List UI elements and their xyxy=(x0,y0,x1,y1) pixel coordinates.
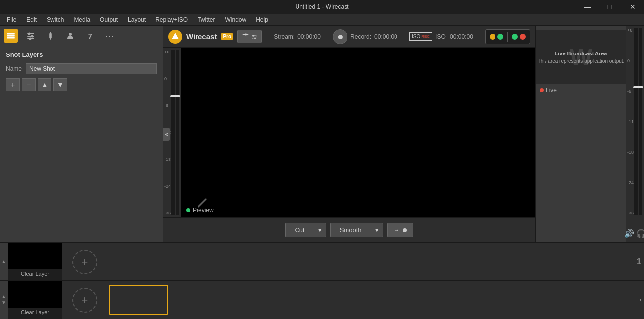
minimize-button[interactable]: — xyxy=(576,0,598,14)
speaker-icon[interactable]: 🔊 xyxy=(624,229,634,238)
lane-1-up-arrow[interactable]: ▲ xyxy=(1,259,6,264)
menu-replay-iso[interactable]: Replay+ISO xyxy=(150,15,193,24)
lane-1-thumb xyxy=(8,243,62,269)
preview-label: Preview xyxy=(186,207,214,213)
dots-separator xyxy=(507,32,508,42)
menu-bar: File Edit Switch Media Output Layout Rep… xyxy=(0,14,644,26)
svg-rect-0 xyxy=(7,33,15,35)
title-bar: Untitled 1 - Wirecast — □ ✕ xyxy=(0,0,644,14)
toolbar-person-icon[interactable] xyxy=(63,29,77,43)
menu-help[interactable]: Help xyxy=(251,15,273,24)
live-label-row: Live xyxy=(536,84,626,96)
lane-1-label: Clear Layer xyxy=(21,269,49,278)
shot-name-label: Name xyxy=(6,65,22,72)
svg-rect-9 xyxy=(50,32,51,40)
lane-1-shot[interactable]: Clear Layer xyxy=(8,243,62,280)
menu-edit[interactable]: Edit xyxy=(21,15,42,24)
right-panel: Live Broadcast Area This area represents… xyxy=(535,26,644,242)
wirecast-logo-icon xyxy=(168,30,182,44)
left-panel: 7 ··· Shot Layers Name + − ▲ ▼ « xyxy=(0,26,163,242)
volume-knob[interactable] xyxy=(170,95,180,97)
wirecast-bar: Wirecast Pro ≋ Stream: 00:00:00 ⏺ Record… xyxy=(163,26,535,48)
lane-2-up-arrow[interactable]: ▲ xyxy=(1,294,6,299)
cut-button[interactable]: Cut xyxy=(285,223,313,237)
iso-badge-bottom: REC xyxy=(421,34,430,39)
shot-remove-button[interactable]: − xyxy=(22,78,36,91)
toolbar-more-icon[interactable]: ··· xyxy=(103,29,117,43)
go-button[interactable]: → xyxy=(387,223,413,237)
lane-2-arrows[interactable]: ▲ ▼ xyxy=(0,281,8,319)
iso-badge-top: ISO xyxy=(412,34,420,39)
lane-1-arrow[interactable]: ▲ xyxy=(0,243,8,280)
menu-output[interactable]: Output xyxy=(95,15,123,24)
cut-dropdown-button[interactable]: ▾ xyxy=(314,223,326,237)
svg-point-6 xyxy=(28,33,31,35)
lane-2-plus-icon: + xyxy=(82,294,88,307)
smooth-button[interactable]: Smooth xyxy=(330,223,371,237)
status-dot-3 xyxy=(512,34,518,40)
go-arrow-icon: → xyxy=(394,226,400,234)
menu-twitter[interactable]: Twitter xyxy=(193,15,220,24)
record-time: 00:00:00 xyxy=(374,33,397,40)
shot-layers-panel: Shot Layers Name + − ▲ ▼ xyxy=(0,46,163,242)
iso-badge: ISO REC xyxy=(409,32,432,41)
lane-2-selected-item[interactable] xyxy=(109,285,168,315)
preview-green-dot xyxy=(186,208,190,212)
svg-rect-2 xyxy=(7,37,15,39)
menu-switch[interactable]: Switch xyxy=(42,15,69,24)
stream-label: Stream: xyxy=(274,33,295,40)
main-preview: Preview xyxy=(181,48,535,217)
close-button[interactable]: ✕ xyxy=(621,0,644,14)
window-controls: — □ ✕ xyxy=(576,0,644,14)
lane-1: ▲ Clear Layer + 1 xyxy=(0,243,644,281)
lane-1-add-button[interactable]: + xyxy=(72,250,97,274)
lane-2-thumb xyxy=(8,281,62,308)
record-label: Record: xyxy=(350,33,371,40)
lane-2: ▲ ▼ Clear Layer + • xyxy=(0,281,644,319)
shot-add-button[interactable]: + xyxy=(6,78,20,91)
center-panel: Wirecast Pro ≋ Stream: 00:00:00 ⏺ Record… xyxy=(163,26,535,242)
go-dot xyxy=(403,228,407,232)
record-button[interactable]: ⏺ xyxy=(333,29,347,44)
headphone-icon[interactable]: 🎧 xyxy=(636,229,644,238)
live-text: Live xyxy=(546,87,557,94)
lane-2-number: • xyxy=(639,297,641,303)
lane-2-down-arrow[interactable]: ▼ xyxy=(1,300,6,305)
preview-area: +6 0 -6 -12 -18 -24 -36 xyxy=(163,48,535,217)
window-title: Untitled 1 - Wirecast xyxy=(295,3,348,10)
status-dot-1 xyxy=(490,34,495,40)
svg-point-7 xyxy=(31,35,34,38)
svg-point-8 xyxy=(29,38,32,40)
toolbar-sliders-icon[interactable] xyxy=(24,29,38,43)
wirecast-logo-text: Wirecast xyxy=(186,32,217,41)
lane-2-add-button[interactable]: + xyxy=(72,288,97,313)
shot-name-input[interactable] xyxy=(26,63,157,74)
live-preview-area: Live Broadcast Area This area represents… xyxy=(536,30,626,84)
status-dot-2 xyxy=(497,34,503,40)
menu-window[interactable]: Window xyxy=(220,15,251,24)
toolbar-layers-icon[interactable] xyxy=(4,29,18,43)
menu-layout[interactable]: Layout xyxy=(123,15,150,24)
lane-2-label: Clear Layer xyxy=(21,308,49,317)
transition-bar: Cut ▾ Smooth ▾ → xyxy=(163,217,535,242)
wirecast-wifi-button[interactable]: ≋ xyxy=(237,30,262,43)
preview-text: Preview xyxy=(193,207,214,213)
shot-down-button[interactable]: ▼ xyxy=(53,78,67,91)
lane-1-number: 1 xyxy=(637,257,641,266)
menu-file[interactable]: File xyxy=(2,15,21,24)
live-red-dot xyxy=(540,88,544,92)
svg-rect-1 xyxy=(7,35,15,37)
smooth-dropdown-button[interactable]: ▾ xyxy=(371,223,383,237)
wirecast-watermark: W xyxy=(570,44,592,71)
shot-up-button[interactable]: ▲ xyxy=(38,78,51,91)
collapse-panel-button[interactable]: « xyxy=(163,128,170,141)
lane-2-shot[interactable]: Clear Layer xyxy=(8,281,62,319)
toolbar-audio-icon[interactable] xyxy=(44,29,57,43)
right-audio-controls: 🔊 🎧 xyxy=(626,227,644,240)
right-volume-knob[interactable] xyxy=(633,86,643,88)
toolbar-number-icon[interactable]: 7 xyxy=(83,29,97,43)
shot-layers-title: Shot Layers xyxy=(6,51,157,58)
menu-media[interactable]: Media xyxy=(69,15,95,24)
maximize-button[interactable]: □ xyxy=(598,0,621,14)
stream-time: 00:00:00 xyxy=(297,33,321,40)
